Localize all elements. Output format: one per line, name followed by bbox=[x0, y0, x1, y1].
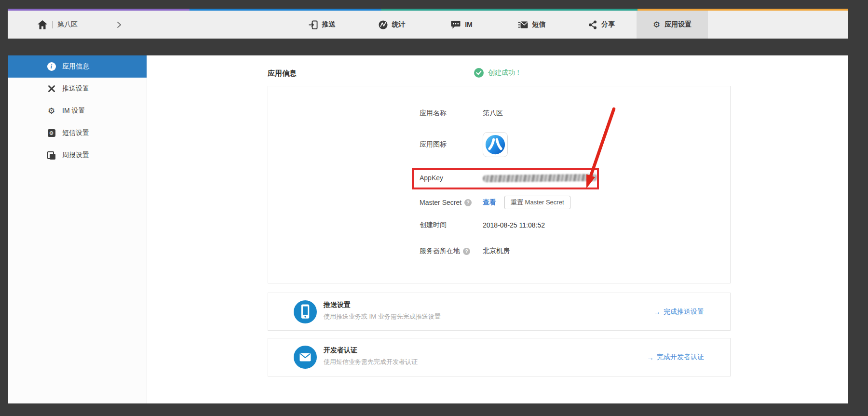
appkey-highlight-box bbox=[412, 168, 599, 189]
tab-label: 分享 bbox=[601, 20, 615, 29]
app-icon-image bbox=[483, 132, 508, 157]
tab-share[interactable]: 分享 bbox=[567, 11, 637, 39]
arrow-right-icon: → bbox=[647, 353, 654, 362]
sidebar-item-weekly-report[interactable]: 周报设置 bbox=[8, 144, 147, 166]
sidebar-item-label: 推送设置 bbox=[62, 84, 89, 93]
tab-label: IM bbox=[465, 21, 473, 28]
phone-circle-icon bbox=[294, 300, 317, 323]
arrow-right-icon: → bbox=[653, 308, 661, 316]
breadcrumb-app-name[interactable]: 第八区 bbox=[57, 20, 78, 29]
master-secret-label: Master Secret ? bbox=[420, 199, 483, 206]
app-icon-label: 应用图标 bbox=[420, 140, 483, 149]
main-content: 应用信息 创建成功！ 应用名称 第八区 应用图标 bbox=[147, 55, 848, 403]
card-description: 使用推送业务或 IM 业务需先完成推送设置 bbox=[324, 312, 441, 321]
envelope-circle-icon bbox=[294, 346, 317, 369]
push-settings-card: 推送设置 使用推送业务或 IM 业务需先完成推送设置 → 完成推送设置 bbox=[268, 293, 731, 331]
gear-square-icon: ⚙ bbox=[47, 129, 56, 138]
app-window: 第八区 推送 统计 bbox=[0, 0, 868, 416]
tab-stats[interactable]: 统计 bbox=[357, 11, 427, 39]
success-message: 创建成功！ bbox=[488, 68, 522, 77]
sidebar-item-push-settings[interactable]: 推送设置 bbox=[8, 78, 147, 100]
info-icon: i bbox=[47, 62, 56, 71]
page-title: 应用信息 bbox=[268, 69, 297, 78]
server-location-label: 服务器所在地 ? bbox=[420, 247, 483, 255]
sidebar-item-label: 短信设置 bbox=[62, 129, 89, 137]
view-secret-link[interactable]: 查看 bbox=[483, 198, 496, 207]
sidebar-item-im-settings[interactable]: ⚙ IM 设置 bbox=[8, 100, 147, 122]
im-chat-icon bbox=[451, 20, 461, 29]
sms-icon bbox=[518, 21, 528, 29]
tab-push[interactable]: 推送 bbox=[287, 11, 357, 39]
created-time-row: 创建时间 2018-08-25 11:08:52 bbox=[420, 216, 545, 234]
tab-bar: 推送 统计 IM 短信 bbox=[287, 11, 708, 39]
server-location-row: 服务器所在地 ? 北京机房 bbox=[420, 242, 510, 260]
tab-im[interactable]: IM bbox=[427, 11, 497, 39]
tab-label: 应用设置 bbox=[665, 20, 692, 29]
reset-master-secret-button[interactable]: 重置 Master Secret bbox=[504, 196, 570, 209]
app-name-label: 应用名称 bbox=[420, 109, 483, 118]
card-title: 推送设置 bbox=[324, 301, 351, 309]
settings-sidebar: i 应用信息 推送设置 ⚙ IM 设置 ⚙ 短信设置 周报设置 bbox=[8, 55, 147, 403]
tab-app-settings[interactable]: ⚙ 应用设置 bbox=[637, 11, 708, 39]
server-location-value: 北京机房 bbox=[483, 247, 510, 255]
help-icon[interactable]: ? bbox=[463, 248, 470, 255]
app-name-row: 应用名称 第八区 bbox=[420, 105, 503, 122]
gear-icon: ⚙ bbox=[653, 21, 660, 29]
app-icon-row: 应用图标 bbox=[420, 131, 508, 158]
success-toast: 创建成功！ bbox=[474, 68, 522, 78]
tab-label: 统计 bbox=[392, 20, 406, 29]
complete-developer-certification-link[interactable]: → 完成开发者认证 bbox=[647, 353, 704, 362]
complete-push-settings-link[interactable]: → 完成推送设置 bbox=[653, 308, 704, 316]
help-icon[interactable]: ? bbox=[464, 199, 472, 206]
sidebar-item-app-info[interactable]: i 应用信息 bbox=[8, 55, 147, 78]
gear-icon: ⚙ bbox=[47, 107, 56, 116]
tab-label: 推送 bbox=[322, 20, 336, 29]
created-time-value: 2018-08-25 11:08:52 bbox=[483, 221, 545, 229]
developer-certification-card: 开发者认证 使用短信业务需先完成开发者认证 → 完成开发者认证 bbox=[268, 338, 731, 376]
breadcrumb: 第八区 bbox=[38, 11, 78, 39]
breadcrumb-divider bbox=[52, 21, 53, 28]
card-title: 开发者认证 bbox=[324, 346, 357, 355]
check-circle-icon bbox=[474, 68, 484, 78]
app-name-value: 第八区 bbox=[483, 109, 503, 118]
card-description: 使用短信业务需先完成开发者认证 bbox=[324, 358, 418, 366]
header-bar: 第八区 推送 统计 bbox=[8, 11, 848, 39]
tab-label: 短信 bbox=[532, 20, 546, 29]
master-secret-row: Master Secret ? 查看 重置 Master Secret bbox=[420, 194, 570, 211]
sidebar-item-sms-settings[interactable]: ⚙ 短信设置 bbox=[8, 122, 147, 144]
sidebar-item-label: IM 设置 bbox=[62, 107, 85, 115]
top-header: 第八区 推送 统计 bbox=[8, 9, 848, 39]
tools-icon bbox=[47, 84, 56, 94]
sidebar-item-label: 周报设置 bbox=[62, 151, 89, 160]
sidebar-item-label: 应用信息 bbox=[62, 62, 89, 71]
created-time-label: 创建时间 bbox=[420, 221, 483, 229]
breadcrumb-chevron-icon[interactable] bbox=[117, 11, 121, 39]
stats-icon bbox=[379, 20, 388, 29]
share-icon bbox=[588, 20, 597, 29]
tab-sms[interactable]: 短信 bbox=[497, 11, 567, 39]
report-pages-icon bbox=[47, 151, 56, 160]
home-icon[interactable] bbox=[38, 20, 47, 29]
push-icon bbox=[309, 20, 318, 29]
